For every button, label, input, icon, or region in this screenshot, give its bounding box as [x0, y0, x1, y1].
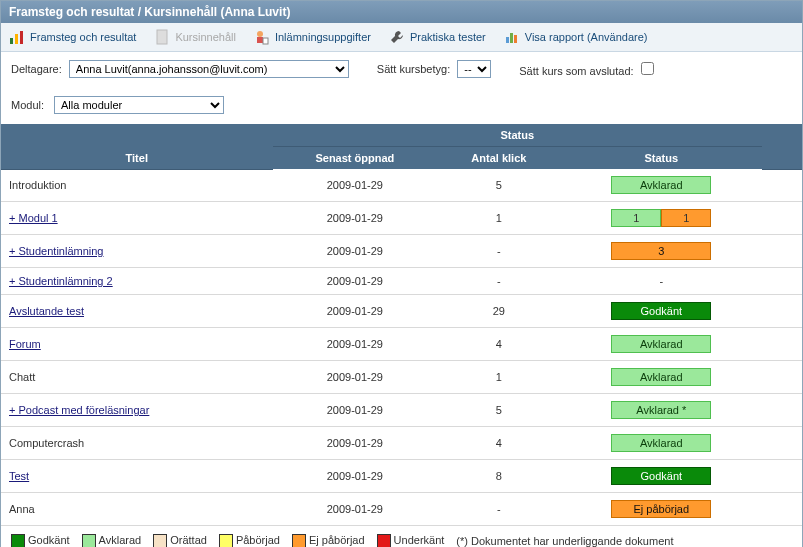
participant-label: Deltagare: [11, 63, 62, 75]
table-row: Forum2009-01-294Avklarad [1, 328, 802, 361]
toolbar: Framsteg och resultat Kursinnehåll Inläm… [1, 23, 802, 52]
cell-date: 2009-01-29 [273, 328, 438, 361]
app-window: Framsteg och resultat / Kursinnehåll (An… [0, 0, 803, 547]
cell-spacer [762, 169, 802, 202]
toolbar-submissions[interactable]: Inlämningsuppgifter [254, 29, 371, 45]
cell-status: Avklarad [561, 427, 762, 460]
svg-rect-7 [506, 37, 509, 43]
cell-status: Avklarad [561, 169, 762, 202]
toolbar-practical-label: Praktiska tester [410, 31, 486, 43]
status-badge: Godkänt [611, 302, 711, 320]
title-link[interactable]: + Podcast med föreläsningar [9, 404, 149, 416]
toolbar-report-label: Visa rapport (Användare) [525, 31, 648, 43]
status-badge: 3 [611, 242, 711, 260]
toolbar-content: Kursinnehåll [154, 29, 236, 45]
toolbar-progress[interactable]: Framsteg och resultat [9, 29, 136, 45]
title-link[interactable]: Avslutande test [9, 305, 84, 317]
svg-rect-2 [20, 31, 23, 44]
cell-clicks: 8 [437, 460, 560, 493]
svg-rect-6 [263, 38, 268, 44]
title-link[interactable]: + Modul 1 [9, 212, 58, 224]
progress-icon [9, 29, 25, 45]
cell-clicks: - [437, 268, 560, 295]
participant-filter: Deltagare: Anna Luvit(anna.johansson@luv… [11, 60, 349, 78]
cell-date: 2009-01-29 [273, 268, 438, 295]
svg-rect-0 [10, 38, 13, 44]
cell-date: 2009-01-29 [273, 460, 438, 493]
status-badge: Avklarad * [611, 401, 711, 419]
wrench-icon [389, 29, 405, 45]
status-badge: Avklarad [611, 176, 711, 194]
table-row: Computercrash2009-01-294Avklarad [1, 427, 802, 460]
col-status: Status [561, 147, 762, 170]
cell-date: 2009-01-29 [273, 295, 438, 328]
grade-filter: Sätt kursbetyg: -- [377, 60, 491, 78]
table-row: Test2009-01-298Godkänt [1, 460, 802, 493]
status-badge: Avklarad [611, 335, 711, 353]
cell-status: Avklarad [561, 361, 762, 394]
title-link[interactable]: Test [9, 470, 29, 482]
cell-title: Anna [1, 493, 273, 526]
cell-title: Computercrash [1, 427, 273, 460]
toolbar-report[interactable]: Visa rapport (Användare) [504, 29, 648, 45]
status-badge: Ej påbörjad [611, 500, 711, 518]
filters-bar: Deltagare: Anna Luvit(anna.johansson@luv… [1, 52, 802, 118]
cell-spacer [762, 295, 802, 328]
cell-status: Godkänt [561, 295, 762, 328]
toolbar-progress-label: Framsteg och resultat [30, 31, 136, 43]
cell-date: 2009-01-29 [273, 169, 438, 202]
svg-rect-8 [510, 33, 513, 43]
cell-clicks: 4 [437, 427, 560, 460]
module-select[interactable]: Alla moduler [54, 96, 224, 114]
cell-title: + Modul 1 [1, 202, 273, 235]
toolbar-submissions-label: Inlämningsuppgifter [275, 31, 371, 43]
cell-date: 2009-01-29 [273, 361, 438, 394]
cell-clicks: - [437, 235, 560, 268]
title-link[interactable]: + Studentinlämning [9, 245, 103, 257]
legend-orattad: Orättad [153, 534, 207, 547]
table-row: + Modul 12009-01-29111 [1, 202, 802, 235]
toolbar-practical[interactable]: Praktiska tester [389, 29, 486, 45]
grade-label: Sätt kursbetyg: [377, 63, 450, 75]
submission-icon [254, 29, 270, 45]
cell-date: 2009-01-29 [273, 427, 438, 460]
cell-status: Ej påbörjad [561, 493, 762, 526]
cell-clicks: 1 [437, 202, 560, 235]
col-status-group: Status [273, 124, 763, 147]
cell-status: Avklarad [561, 328, 762, 361]
cell-spacer [762, 427, 802, 460]
cell-clicks: 5 [437, 169, 560, 202]
chart-icon [504, 29, 520, 45]
cell-clicks: 4 [437, 328, 560, 361]
status-badge: Avklarad [611, 368, 711, 386]
svg-rect-5 [257, 37, 263, 43]
svg-point-4 [257, 31, 263, 37]
legend-note: (*) Dokumentet har underliggande dokumen… [456, 535, 673, 547]
complete-checkbox[interactable] [641, 62, 654, 75]
cell-spacer [762, 328, 802, 361]
svg-rect-3 [157, 30, 167, 44]
cell-date: 2009-01-29 [273, 493, 438, 526]
legend-avklarad: Avklarad [82, 534, 142, 547]
cell-title: + Podcast med föreläsningar [1, 394, 273, 427]
cell-spacer [762, 268, 802, 295]
table-row: + Studentinlämning 22009-01-29-- [1, 268, 802, 295]
cell-title: Avslutande test [1, 295, 273, 328]
status-badge: Avklarad [611, 434, 711, 452]
svg-rect-1 [15, 34, 18, 44]
title-link[interactable]: + Studentinlämning 2 [9, 275, 113, 287]
legend-underk: Underkänt [377, 534, 445, 547]
title-link[interactable]: Forum [9, 338, 41, 350]
table-row: Introduktion2009-01-295Avklarad [1, 169, 802, 202]
cell-title: Forum [1, 328, 273, 361]
participant-select[interactable]: Anna Luvit(anna.johansson@luvit.com) [69, 60, 349, 78]
table-row: Avslutande test2009-01-2929Godkänt [1, 295, 802, 328]
cell-date: 2009-01-29 [273, 394, 438, 427]
cell-spacer [762, 394, 802, 427]
results-table: Titel Status Senast öppnad Antal klick S… [1, 124, 802, 526]
cell-clicks: 29 [437, 295, 560, 328]
grade-select[interactable]: -- [457, 60, 491, 78]
legend: Godkänt Avklarad Orättad Påbörjad Ej påb… [1, 526, 802, 547]
legend-paborjad: Påbörjad [219, 534, 280, 547]
status-badge: Godkänt [611, 467, 711, 485]
